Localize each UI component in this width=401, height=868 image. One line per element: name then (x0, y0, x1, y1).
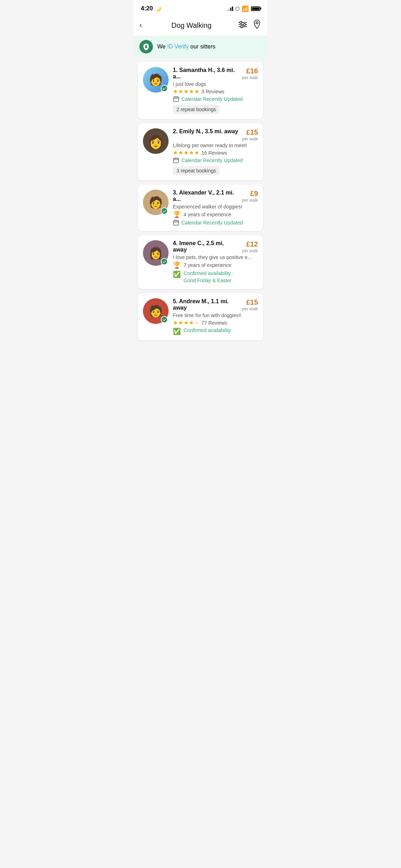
wifi-icon: 📶 (242, 5, 249, 12)
star-3: ★ (184, 319, 189, 326)
sitter-info: 3. Alexander V., 2.1 mi. a... £9 per wal… (173, 190, 258, 226)
id-verify-text: We ID Verify our sitters (157, 43, 215, 50)
trophy-icon: 🏆 (173, 211, 181, 218)
avatar-wrapper: 👩 (143, 240, 169, 266)
avatar: 👩 (143, 128, 169, 154)
header: ‹ Dog Walking (134, 15, 267, 36)
star-3: ★ (184, 88, 189, 95)
avatar-wrapper: 👩 (143, 128, 169, 154)
filter-icon[interactable] (238, 20, 247, 30)
sitter-price-block: £16 per walk (242, 67, 258, 80)
svg-point-5 (241, 26, 243, 28)
availability-text: Confirmed availability (184, 327, 231, 334)
review-count: 3 Reviews (201, 89, 225, 94)
repeat-badge: 3 repeat bookings (173, 166, 220, 175)
sitter-tagline: I just love dogs (173, 81, 258, 87)
star-2: ★ (178, 319, 183, 326)
availability-text: Confirmed availability : Good Friday & E… (184, 270, 234, 284)
stars-row: ★ ★ ★ ★ ★ 77 Reviews (173, 319, 258, 326)
per-walk: per walk (242, 248, 258, 253)
status-time: 4:20 (141, 5, 153, 12)
trophy-icon: 🏆 (173, 261, 181, 269)
sitter-card[interactable]: 👩 4. Imene C., 2.5 mi. away £12 per walk… (138, 235, 263, 289)
sitter-info: 4. Imene C., 2.5 mi. away £12 per walk I… (173, 240, 258, 284)
sitter-price: £9 (250, 190, 258, 197)
status-bar: 4:20 🌙 ⬡ 📶 (134, 0, 267, 15)
avatar-wrapper: 🧑 (143, 67, 169, 93)
sitter-info: 2. Emily N., 3.5 mi. away £15 per walk L… (173, 128, 258, 175)
verified-badge (161, 207, 168, 215)
star-1: ★ (173, 88, 178, 95)
experience-text: 7 years of experience (184, 262, 231, 268)
page-title: Dog Walking (171, 21, 212, 30)
sitter-name: 5. Andrew M., 1.1 mi. away (173, 298, 242, 311)
per-walk: per walk (242, 136, 258, 141)
id-verify-banner: We ID Verify our sitters (134, 36, 267, 58)
svg-rect-12 (174, 158, 179, 163)
review-count: 16 Reviews (201, 150, 227, 156)
sitter-card[interactable]: 🧑 3. Alexander V., 2.1 mi. a... £9 per w… (138, 185, 263, 231)
sitter-tagline: Experienced walker of doggies! (173, 204, 258, 210)
star-4: ★ (189, 149, 194, 156)
experience-row: 🏆 7 years of experience (173, 261, 258, 269)
svg-point-3 (240, 21, 242, 24)
calendar-row: Calendar Recently Updated (173, 219, 258, 226)
stars-row: ★ ★ ★ ★ ★ 3 Reviews (173, 88, 258, 95)
sitter-list: 🧑 1. Samantha H., 3.6 mi. a... £16 per w… (134, 58, 267, 345)
star-2: ★ (178, 149, 183, 156)
svg-rect-8 (174, 97, 179, 102)
star-5: ★ (194, 149, 199, 156)
sitter-info: 5. Andrew M., 1.1 mi. away £15 per walk … (173, 298, 258, 335)
per-walk: per walk (242, 198, 258, 203)
sitter-name: 3. Alexander V., 2.1 mi. a... (173, 190, 242, 202)
verified-badge (161, 85, 168, 92)
star-5: ★ (194, 319, 199, 326)
experience-text: 4 years of experience (184, 212, 231, 217)
sitter-price: £15 (246, 298, 258, 306)
battery-icon (251, 6, 260, 11)
stars-row: ★ ★ ★ ★ ★ 16 Reviews (173, 149, 258, 156)
per-walk: per walk (242, 75, 258, 80)
sitter-price: £12 (246, 240, 258, 248)
calendar-updated-text: Calendar Recently Updated (181, 96, 243, 102)
experience-row: 🏆 4 years of experience (173, 211, 258, 218)
wifi-icon: ⬡ (235, 6, 240, 11)
header-actions (238, 19, 262, 31)
availability-row: ✅ Confirmed availability : Good Friday &… (173, 270, 258, 284)
sitter-tagline: Lifelong pet owner ready to meet! (173, 143, 258, 148)
per-walk: per walk (242, 306, 258, 311)
review-count: 77 Reviews (201, 320, 227, 326)
svg-point-4 (243, 24, 246, 26)
back-button[interactable]: ‹ (139, 19, 145, 31)
sitter-price-block: £12 per walk (242, 240, 258, 253)
sitter-price: £16 (246, 67, 258, 75)
moon-icon: 🌙 (155, 6, 161, 11)
star-1: ★ (173, 319, 178, 326)
verified-badge (161, 316, 168, 323)
check-circle-icon: ✅ (173, 270, 181, 278)
sitter-card[interactable]: 👩 2. Emily N., 3.5 mi. away £15 per walk… (138, 123, 263, 180)
star-5: ★ (194, 88, 199, 95)
sitter-name: 2. Emily N., 3.5 mi. away (173, 128, 242, 135)
sitter-name: 4. Imene C., 2.5 mi. away (173, 240, 242, 253)
star-rating: ★ ★ ★ ★ ★ (173, 319, 199, 326)
sitter-price-block: £9 per walk (242, 190, 258, 203)
check-circle-icon: ✅ (173, 327, 181, 335)
sitter-tagline: Free time for fun with doggies!! (173, 312, 258, 318)
availability-row: ✅ Confirmed availability (173, 327, 258, 335)
status-icons: ⬡ 📶 (227, 5, 260, 12)
star-rating: ★ ★ ★ ★ ★ (173, 149, 199, 156)
sitter-price-block: £15 per walk (242, 128, 258, 141)
calendar-row: Calendar Recently Updated (173, 157, 258, 164)
sitter-tagline: I love pets, they give us positive e... (173, 254, 258, 260)
star-2: ★ (178, 88, 183, 95)
sitter-card[interactable]: 🧑 5. Andrew M., 1.1 mi. away £15 per wal… (138, 293, 263, 340)
star-3: ★ (184, 149, 189, 156)
sitter-card[interactable]: 🧑 1. Samantha H., 3.6 mi. a... £16 per w… (138, 62, 263, 119)
signal-icon (227, 6, 233, 11)
id-verify-link[interactable]: ID Verify (167, 43, 189, 50)
sitter-price: £15 (246, 128, 258, 136)
sitter-price-block: £15 per walk (242, 298, 258, 311)
location-icon[interactable] (252, 19, 262, 31)
star-4: ★ (189, 319, 194, 326)
